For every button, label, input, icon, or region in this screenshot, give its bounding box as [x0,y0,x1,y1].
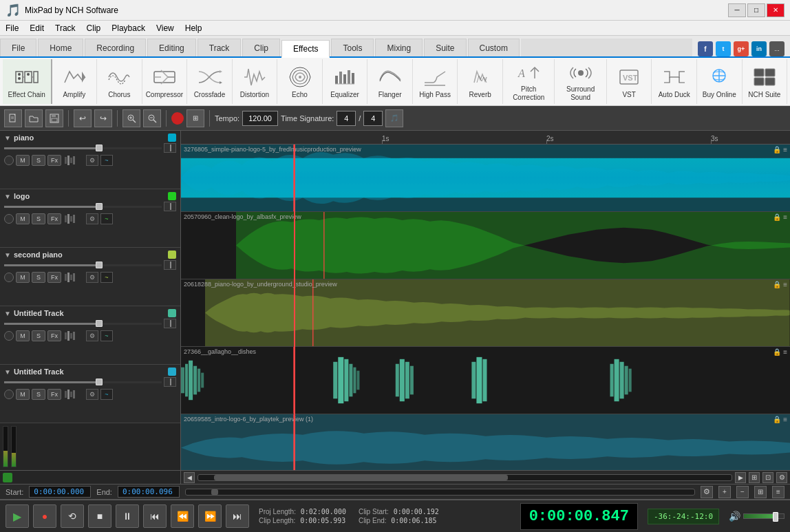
collapse-untitled-2[interactable]: ▼ [4,368,11,376]
tab-home[interactable]: Home [38,39,83,56]
zoom-out-button[interactable] [143,109,161,127]
settings-button-second-piano[interactable]: ⚙ [86,272,98,283]
menu-file[interactable]: File [0,21,24,35]
tempo-input[interactable] [242,111,278,126]
distortion-button[interactable]: Distortion [233,59,278,104]
tab-track[interactable]: Track [198,39,242,56]
menu-edit[interactable]: Edit [24,21,50,35]
volume-icon[interactable]: 🔊 [729,511,740,522]
solo-button-logo[interactable]: S [32,213,45,224]
waveform-button-untitled-1[interactable]: ~ [100,330,113,341]
volume-handle-second-piano[interactable] [96,262,103,268]
collapse-untitled-1[interactable]: ▼ [4,310,11,317]
start-value[interactable]: 0:00:00.000 [29,486,91,498]
scroll-left-button[interactable]: ◀ [184,472,195,483]
time-sig-numerator[interactable] [337,111,356,126]
collapse-logo[interactable]: ▼ [4,193,11,200]
auto-duck-button[interactable]: Auto Duck [652,59,697,104]
menu-track[interactable]: Track [50,21,81,35]
fx-button-untitled-1[interactable]: Fx [47,330,61,341]
volume-handle-untitled-2[interactable] [96,379,103,385]
reverb-button[interactable]: Reverb [458,59,503,104]
position-scrollbar[interactable] [185,489,695,496]
nch-suite-button[interactable]: NCH Suite [743,59,788,104]
volume-slider-piano[interactable] [4,147,162,149]
zoom-controls-button[interactable]: ⊡ [762,472,773,483]
prev-marker-button[interactable]: ⏮ [143,504,167,528]
close-button[interactable]: ✕ [767,3,784,17]
position-zoom-in-button[interactable]: + [718,486,731,498]
fx-button-logo[interactable]: Fx [47,213,61,224]
equalizer-button[interactable]: Equalizer [323,59,368,104]
track-waveform-logo[interactable]: 20570960_clean-logo_by_albasfx_preview [181,212,790,279]
track-waveform-second-piano[interactable]: 20618288_piano-logo_by_underground_studi… [181,279,790,347]
tab-clip[interactable]: Clip [242,39,280,56]
rewind-button[interactable]: ⏪ [171,504,194,528]
position-zoom-out-button[interactable]: − [736,486,749,498]
echo-button[interactable]: Echo [277,59,323,104]
pan-slider-logo[interactable] [164,202,176,211]
surround-sound-button[interactable]: Surround Sound [555,59,606,104]
record-button[interactable]: ● [33,504,56,528]
solo-button-second-piano[interactable]: S [32,272,45,283]
waveform-button-untitled-2[interactable]: ~ [100,389,113,400]
mute-button-logo[interactable]: M [16,213,30,224]
position-zoom-menu-button[interactable]: ≡ [772,486,784,498]
menu-icon-untitled-2[interactable]: ≡ [783,416,787,423]
volume-handle-untitled-1[interactable] [96,320,103,327]
record-arm-second-piano[interactable] [4,273,14,282]
tab-mixing[interactable]: Mixing [375,39,423,56]
menu-help[interactable]: Help [180,21,208,35]
position-zoom-fit-button[interactable]: ⊞ [754,486,767,498]
fx-button-untitled-2[interactable]: Fx [47,389,61,400]
social-twitter[interactable]: t [716,41,731,56]
crossfade-button[interactable]: Crossfade [187,59,233,104]
position-scroll-thumb[interactable] [211,489,218,495]
tab-file[interactable]: File [0,39,36,56]
settings-button-logo[interactable]: ⚙ [86,213,98,224]
social-other[interactable]: ... [769,41,784,56]
collapse-piano[interactable]: ▼ [4,134,11,142]
buy-online-button[interactable]: Buy Online [697,59,743,104]
undo-button[interactable]: ↩ [74,109,92,127]
master-volume-slider[interactable] [743,513,784,519]
volume-slider-logo[interactable] [4,206,162,208]
menu-icon-untitled-1[interactable]: ≡ [783,348,787,356]
position-settings-button[interactable]: ⚙ [701,486,713,498]
high-pass-button[interactable]: High Pass [413,59,458,104]
stop-button[interactable]: ■ [88,504,111,528]
scroll-right-button[interactable]: ▶ [735,472,746,483]
tab-effects[interactable]: Effects [281,40,330,58]
new-button[interactable] [4,109,22,127]
scroll-track[interactable] [198,474,732,481]
lock-icon-second-piano[interactable]: 🔒 [773,281,781,288]
pan-slider-untitled-2[interactable] [164,377,176,387]
lock-icon-logo[interactable]: 🔒 [773,213,781,221]
fx-button-second-piano[interactable]: Fx [47,272,61,283]
record-arm-untitled-1[interactable] [4,331,14,341]
fx-button-piano[interactable]: Fx [47,155,61,166]
pan-slider-second-piano[interactable] [164,260,176,270]
scroll-settings-button[interactable]: ⚙ [776,472,787,483]
record-arm-piano[interactable] [4,156,14,165]
menu-clip[interactable]: Clip [81,21,107,35]
tab-tools[interactable]: Tools [331,39,374,56]
zoom-fit-button[interactable]: ⊞ [749,472,760,483]
tab-recording[interactable]: Recording [85,39,146,56]
snap-button[interactable]: ⊞ [186,109,204,127]
social-google[interactable]: g+ [734,41,749,56]
settings-button-untitled-2[interactable]: ⚙ [86,389,98,400]
record-status-indicator[interactable] [171,112,184,125]
settings-button-untitled-1[interactable]: ⚙ [86,330,98,341]
track-waveform-untitled-1[interactable]: 27366__gallagho__dishes [181,347,790,414]
pan-slider-piano[interactable] [164,143,176,153]
waveform-button-second-piano[interactable]: ~ [100,272,113,283]
time-sig-denominator[interactable] [363,111,383,126]
lock-icon-untitled-1[interactable]: 🔒 [773,348,781,356]
tab-suite[interactable]: Suite [424,39,466,56]
redo-button[interactable]: ↪ [94,109,112,127]
metronome-button[interactable]: 🎵 [385,109,403,127]
scroll-thumb[interactable] [214,475,507,480]
end-value[interactable]: 0:00:00.096 [118,486,180,498]
volume-slider-untitled-2[interactable] [4,381,162,383]
